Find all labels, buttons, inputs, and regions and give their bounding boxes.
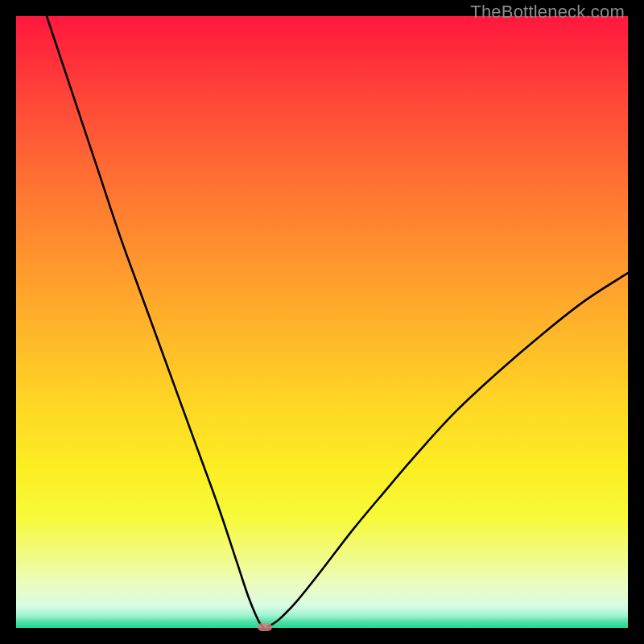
minimum-marker [258, 623, 272, 631]
watermark-text: TheBottleneck.com [470, 2, 625, 23]
plot-frame [16, 16, 628, 628]
bottleneck-curve [16, 16, 628, 628]
